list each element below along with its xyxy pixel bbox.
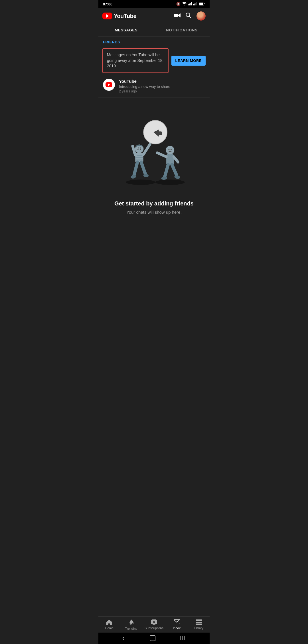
camera-icon[interactable]	[174, 13, 181, 19]
svg-point-37	[138, 147, 139, 148]
status-bar: 07:06 🔇	[98, 0, 210, 8]
message-avatar	[103, 79, 115, 91]
svg-point-38	[140, 147, 141, 148]
svg-rect-0	[188, 4, 189, 5]
yt-avatar-logo	[106, 82, 112, 87]
svg-point-40	[171, 149, 172, 150]
svg-point-15	[155, 179, 185, 185]
svg-rect-6	[195, 3, 196, 5]
message-content: YouTube Introducing a new way to share 2…	[119, 79, 205, 93]
svg-rect-10	[174, 14, 178, 17]
warning-text: Messages on YouTube will be going away a…	[102, 48, 169, 73]
tab-notifications[interactable]: NOTIFICATIONS	[154, 24, 210, 36]
logo-area: YouTube	[102, 13, 136, 19]
signal2-icon	[193, 2, 197, 6]
search-icon[interactable]	[186, 13, 191, 20]
user-avatar[interactable]	[196, 11, 206, 21]
svg-line-25	[134, 162, 137, 175]
svg-point-29	[166, 146, 174, 154]
message-sender: YouTube	[119, 79, 205, 84]
cta-title: Get started by adding friends	[107, 200, 201, 207]
message-item[interactable]: YouTube Introducing a new way to share 2…	[98, 75, 210, 98]
svg-rect-22	[135, 160, 143, 161]
cta-subtitle: Your chats will show up here.	[107, 210, 201, 215]
svg-rect-21	[135, 157, 143, 158]
learn-more-button[interactable]: LEARN MORE	[171, 56, 206, 66]
svg-line-33	[165, 164, 168, 177]
signal-icon	[188, 2, 192, 6]
header-actions	[174, 11, 206, 21]
svg-line-24	[143, 144, 150, 155]
sharing-illustration	[111, 103, 197, 189]
cta-section: Get started by adding friends Your chats…	[98, 200, 210, 226]
svg-line-13	[189, 16, 191, 18]
svg-rect-2	[190, 3, 191, 5]
app-header: YouTube	[98, 8, 210, 24]
svg-rect-7	[196, 2, 197, 5]
svg-line-34	[172, 164, 177, 175]
illustration-area	[98, 98, 210, 200]
status-time: 07:06	[103, 2, 112, 6]
svg-line-32	[174, 157, 178, 162]
tab-bar: MESSAGES NOTIFICATIONS	[98, 24, 210, 37]
youtube-logo-icon	[102, 13, 112, 19]
svg-line-31	[157, 153, 166, 157]
message-time: 2 years ago	[119, 89, 205, 93]
svg-point-14	[126, 179, 155, 185]
svg-rect-3	[191, 2, 192, 5]
status-icons: 🔇	[176, 2, 205, 6]
battery-icon	[199, 2, 205, 6]
friends-section-label: FRIENDS	[98, 37, 210, 47]
svg-point-39	[169, 149, 170, 150]
svg-rect-5	[194, 3, 195, 5]
wifi-icon	[182, 2, 187, 6]
svg-marker-11	[178, 13, 181, 17]
mute-icon: 🔇	[176, 2, 181, 6]
logo-text: YouTube	[114, 13, 136, 19]
svg-rect-9	[199, 3, 203, 5]
svg-rect-1	[189, 3, 190, 5]
message-preview: Introducing a new way to share	[119, 84, 205, 89]
play-triangle	[106, 14, 109, 18]
svg-rect-30	[166, 154, 174, 165]
svg-line-23	[133, 146, 135, 155]
warning-banner: Messages on YouTube will be going away a…	[102, 48, 206, 73]
yt-avatar-triangle	[108, 83, 110, 86]
svg-line-26	[141, 162, 145, 174]
svg-rect-4	[193, 4, 194, 5]
tab-messages[interactable]: MESSAGES	[98, 24, 154, 36]
